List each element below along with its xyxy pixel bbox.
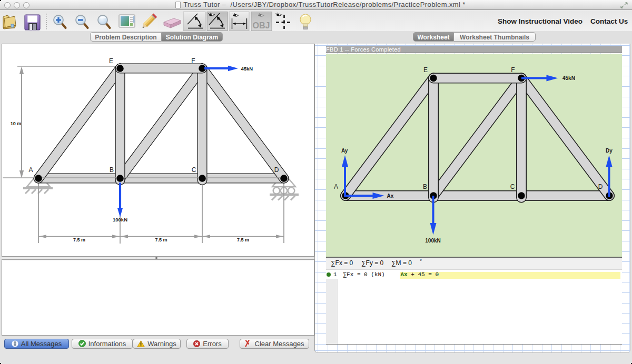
svg-text:10 m: 10 m bbox=[11, 121, 22, 126]
svg-text:100kN: 100kN bbox=[425, 238, 440, 244]
svg-text:A: A bbox=[28, 166, 33, 174]
svg-text:7.5 m: 7.5 m bbox=[155, 237, 167, 242]
svg-text:D: D bbox=[274, 166, 279, 174]
svg-text:Ax: Ax bbox=[387, 193, 394, 199]
svg-text:7.5 m: 7.5 m bbox=[237, 237, 249, 242]
svg-text:OBJ: OBJ bbox=[253, 21, 270, 30]
svg-text:7.5 m: 7.5 m bbox=[73, 237, 85, 242]
svg-text:F: F bbox=[191, 57, 195, 65]
svg-text:Ay: Ay bbox=[341, 148, 348, 154]
svg-text:E: E bbox=[109, 57, 113, 65]
svg-text:B: B bbox=[423, 183, 427, 190]
svg-text:A: A bbox=[334, 183, 338, 190]
svg-text:B: B bbox=[110, 166, 114, 174]
svg-text:D: D bbox=[598, 183, 603, 190]
svg-text:100kN: 100kN bbox=[113, 217, 127, 223]
svg-text:C: C bbox=[510, 183, 515, 190]
svg-text:45kN: 45kN bbox=[562, 75, 575, 81]
svg-text:E: E bbox=[423, 66, 428, 74]
svg-text:45kN: 45kN bbox=[241, 66, 253, 72]
svg-text:Dy: Dy bbox=[606, 148, 613, 154]
svg-text:C: C bbox=[192, 166, 196, 174]
svg-text:F: F bbox=[511, 66, 515, 74]
